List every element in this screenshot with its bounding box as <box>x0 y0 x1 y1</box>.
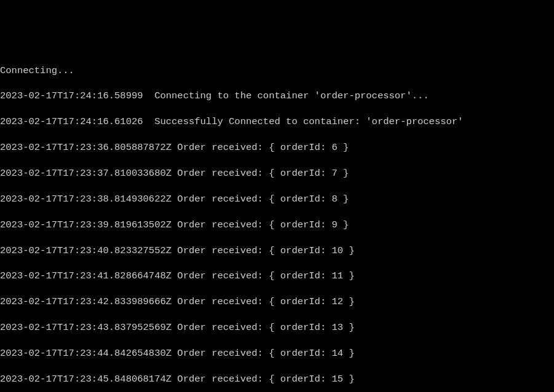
terminal-output: Connecting... 2023-02-17T17:24:16.58999 … <box>0 52 554 392</box>
log-line: 2023-02-17T17:23:40.823327552Z Order rec… <box>0 245 554 257</box>
log-line: 2023-02-17T17:24:16.61026 Successfully C… <box>0 116 554 128</box>
log-line: 2023-02-17T17:23:41.828664748Z Order rec… <box>0 270 554 283</box>
log-line: 2023-02-17T17:23:36.805887872Z Order rec… <box>0 141 554 154</box>
log-line: 2023-02-17T17:23:44.842654830Z Order rec… <box>0 347 554 360</box>
log-line: 2023-02-17T17:23:38.814930622Z Order rec… <box>0 193 554 206</box>
log-line: 2023-02-17T17:23:43.837952569Z Order rec… <box>0 321 554 334</box>
log-line: 2023-02-17T17:23:37.810033680Z Order rec… <box>0 167 554 180</box>
log-line: 2023-02-17T17:23:45.848068174Z Order rec… <box>0 373 554 386</box>
log-line: 2023-02-17T17:24:16.58999 Connecting to … <box>0 90 554 103</box>
log-line: 2023-02-17T17:23:42.833989666Z Order rec… <box>0 296 554 308</box>
log-line: Connecting... <box>0 65 554 77</box>
log-line: 2023-02-17T17:23:39.819613502Z Order rec… <box>0 219 554 232</box>
